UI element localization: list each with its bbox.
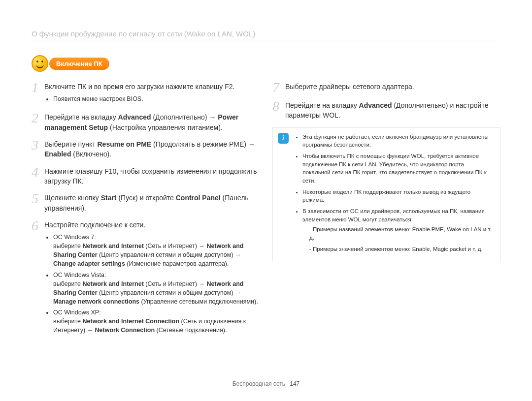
step-text-bold: Enabled [44, 150, 71, 158]
sub-item: Появится меню настроек BIOS. [53, 94, 260, 103]
step-number: 6 [32, 220, 42, 232]
step-2: 2 Перейдите на вкладку Advanced (Дополни… [32, 112, 260, 132]
step-text: (Управление сетевыми подключениями). [139, 298, 258, 305]
step-1: 1 Включите ПК и во время его загрузки на… [32, 82, 260, 105]
note-list: Эта функция не работает, если включен бр… [294, 133, 493, 256]
note-box: i Эта функция не работает, если включен … [272, 127, 500, 262]
step-text: Нажмите клавишу F10, чтобы сохранить изм… [44, 167, 257, 185]
step-text-bold: Network and Internet Connection [83, 318, 180, 325]
smiley-icon [32, 55, 48, 72]
step-body: Перейдите на вкладку Advanced (Дополните… [44, 112, 260, 132]
step-text: (Центр управления сетями и общим доступо… [98, 251, 241, 258]
step-text: (Изменение параметров адаптера). [125, 260, 229, 267]
step-text: (Сеть и Интернет) → [144, 243, 207, 249]
step-text: Настройте подключение к сети. [44, 221, 145, 229]
content-columns: 1 Включите ПК и во время его загрузки на… [32, 82, 500, 343]
info-icon: i [278, 133, 289, 144]
step-body: Выберите пункт Resume on PME (Продолжить… [44, 139, 260, 159]
step-text: выберите [53, 318, 83, 325]
step-7: 7 Выберите драйверы сетевого адаптера. [272, 82, 500, 93]
step-text: выберите [53, 243, 83, 249]
step-text-bold: Resume on PME [97, 140, 151, 148]
os-head: ОС Windows 7: [53, 234, 96, 241]
step-6: 6 Настройте подключение к сети. ОС Windo… [32, 220, 260, 337]
step-text: (Включено). [71, 150, 111, 158]
note-sublist: Примеры названий элементов меню: Enable … [302, 225, 493, 253]
step-number: 4 [32, 166, 42, 178]
note-subitem: Примеры названий элементов меню: Enable … [309, 225, 493, 242]
step-text-bold: Network and Internet [83, 243, 144, 249]
step-text: (Настройка управления питанием). [108, 123, 223, 131]
step-number: 5 [32, 193, 42, 205]
footer-page-number: 147 [290, 380, 299, 387]
badge-row: Включение ПК [32, 55, 500, 72]
step-number: 1 [32, 82, 42, 93]
step-sublist: Появится меню настроек BIOS. [44, 94, 260, 103]
step-sublist: ОС Windows 7: выберите Network and Inter… [44, 233, 260, 335]
left-column: 1 Включите ПК и во время его загрузки на… [32, 82, 260, 343]
step-body: Нажмите клавишу F10, чтобы сохранить изм… [44, 166, 260, 186]
footer-section: Беспроводная сеть [233, 380, 285, 387]
step-5: 5 Щелкните кнопку Start (Пуск) и откройт… [32, 193, 260, 213]
step-number: 8 [272, 100, 283, 112]
step-number: 2 [32, 112, 42, 124]
step-text-bold: Manage network connections [53, 298, 139, 305]
note-item: Некоторые модели ПК поддерживают только … [302, 188, 493, 204]
step-text: выберите [53, 280, 83, 287]
step-text: Выберите пункт [44, 140, 97, 148]
step-text-bold: Advanced [118, 113, 151, 121]
step-text: Перейдите на вкладку [44, 113, 118, 121]
step-text-bold: Change adapter settings [53, 260, 125, 267]
sub-item: ОС Windows 7: выберите Network and Inter… [53, 233, 260, 269]
step-number: 7 [272, 82, 283, 93]
step-text-bold: Start [101, 194, 117, 202]
step-text: Выберите драйверы сетевого адаптера. [285, 83, 414, 91]
step-4: 4 Нажмите клавишу F10, чтобы сохранить и… [32, 166, 260, 186]
step-text-bold: Network and Internet [83, 280, 144, 287]
note-item: Чтобы включить ПК с помощью функции WOL,… [302, 152, 493, 185]
step-text: Перейдите на вкладку [285, 101, 359, 109]
step-body: Выберите драйверы сетевого адаптера. [285, 82, 500, 92]
step-text-bold: Network Connection [95, 327, 155, 334]
step-8: 8 Перейдите на вкладку Advanced (Дополни… [272, 100, 500, 121]
step-text: Включите ПК и во время его загрузки нажм… [44, 83, 234, 91]
step-body: Перейдите на вкладку Advanced (Дополните… [285, 100, 500, 121]
note-item: Эта функция не работает, если включен бр… [302, 133, 493, 149]
step-body: Включите ПК и во время его загрузки нажм… [44, 82, 260, 105]
step-3: 3 Выберите пункт Resume on PME (Продолжи… [32, 139, 260, 159]
note-item: В зависимости от ОС или драйверов, испол… [302, 207, 493, 253]
sub-item: ОС Windows XP: выберите Network and Inte… [53, 308, 260, 335]
note-subitem: Примеры значений элементов меню: Enable,… [309, 245, 493, 253]
step-text: (Центр управления сетями и общим доступо… [98, 289, 241, 296]
step-number: 3 [32, 139, 42, 151]
step-text: Щелкните кнопку [44, 194, 101, 202]
note-text: В зависимости от ОС или драйверов, испол… [302, 208, 485, 222]
step-text: (Сеть и Интернет) → [144, 280, 207, 287]
step-text-bold: Control Panel [176, 194, 221, 202]
step-text: (Продолжить в режиме PME) → [151, 140, 255, 148]
step-text: (Сетевые подключения). [155, 327, 227, 334]
page-title: О функции пробуждение по сигналу от сети… [32, 30, 500, 41]
page-footer: Беспроводная сеть 147 [0, 380, 532, 387]
section-badge: Включение ПК [49, 58, 109, 70]
right-column: 7 Выберите драйверы сетевого адаптера. 8… [272, 82, 500, 343]
sub-item: ОС Windows Vista: выберите Network and I… [53, 271, 260, 307]
os-head: ОС Windows XP: [53, 309, 101, 316]
step-body: Настройте подключение к сети. ОС Windows… [44, 220, 260, 337]
step-text: (Дополнительно) → [151, 113, 218, 121]
step-text-bold: Advanced [359, 101, 392, 109]
step-body: Щелкните кнопку Start (Пуск) и откройте … [44, 193, 260, 213]
step-text: (Пуск) и откройте [117, 194, 176, 202]
os-head: ОС Windows Vista: [53, 272, 106, 278]
page: О функции пробуждение по сигналу от сети… [0, 0, 532, 401]
